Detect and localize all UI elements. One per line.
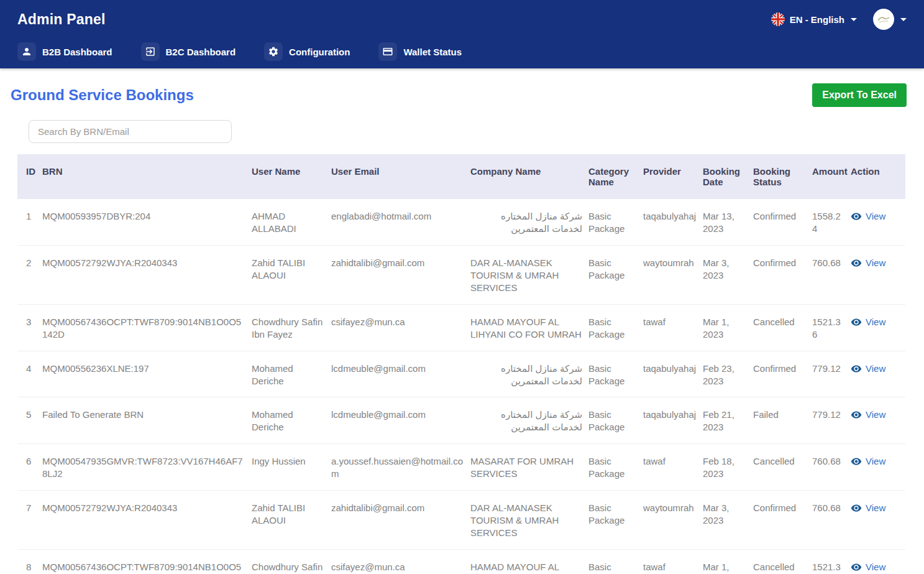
nav-item-wallet-status[interactable]: Wallet Status (378, 42, 462, 61)
cell-provider: taqabulyahaj (643, 199, 703, 245)
cell-category-name: Basic Package (588, 491, 643, 550)
column-header: Provider (643, 154, 703, 199)
cell-user-email: csifayez@mun.ca (331, 304, 470, 351)
page-title: Ground Service Bookings (11, 86, 194, 104)
cell-brn: MQM00593957DBYR:204 (42, 199, 252, 245)
cell-id: 1 (17, 199, 42, 245)
cell-booking-status: Confirmed (753, 351, 812, 397)
column-header: Amount (812, 154, 851, 199)
table-row: 5 Failed To Generate BRN Mohamed Deriche… (17, 397, 905, 444)
table-header-row: IDBRNUser NameUser EmailCompany NameCate… (17, 154, 905, 199)
cell-booking-status: Confirmed (753, 245, 812, 304)
cell-booking-date: Mar 13, 2023 (703, 199, 753, 245)
cell-user-name: Mohamed Deriche (252, 351, 331, 397)
cell-provider: tawaf (643, 444, 703, 491)
view-button[interactable]: View (851, 210, 885, 223)
view-label: View (866, 210, 885, 223)
eye-icon (851, 317, 862, 328)
cell-booking-status: Confirmed (753, 199, 812, 245)
view-button[interactable]: View (851, 409, 885, 421)
cell-booking-date: Mar 3, 2023 (703, 245, 753, 304)
table-row: 1 MQM00593957DBYR:204 AHMAD ALLABADI eng… (17, 199, 905, 245)
cell-booking-date: Feb 18, 2023 (703, 444, 753, 491)
cell-brn: MQM00547935GMVR:TWF8723:VV167H46AF78LJ2 (42, 444, 252, 491)
cell-action: View (851, 550, 905, 574)
cell-company-name: MASARAT FOR UMRAH SERVICES (470, 444, 588, 491)
top-navbar: Admin Panel EN - English (0, 0, 924, 68)
view-label: View (866, 363, 885, 375)
search-input[interactable] (29, 120, 232, 143)
column-header: Category Name (588, 154, 643, 199)
table-row: 3 MQM00567436OCPT:TWF8709:9014NB1O0O5142… (17, 304, 905, 351)
cell-company-name: DAR AL-MANASEK TOURISM & UMRAH SERVICES (470, 245, 588, 304)
nav-item-label: B2C Dashboard (166, 47, 236, 57)
column-header: User Email (331, 154, 470, 199)
bookings-table: IDBRNUser NameUser EmailCompany NameCate… (17, 154, 905, 574)
cell-provider: taqabulyahaj (643, 397, 703, 444)
nav-item-label: B2B Dashboard (42, 47, 112, 57)
uk-flag-icon (771, 12, 785, 26)
wallet-icon (378, 42, 397, 61)
cell-user-name: Ingy Hussien (252, 444, 331, 491)
cell-user-name: Chowdhury Safin Ibn Fayez (252, 304, 331, 351)
bookings-table-container: IDBRNUser NameUser EmailCompany NameCate… (0, 143, 924, 574)
cell-user-email: a.youssef.hussaien@hotmail.com (331, 444, 470, 491)
eye-icon (851, 502, 862, 514)
table-row: 8 MQM00567436OCPT:TWF8709:9014NB1O0O5142… (17, 550, 905, 574)
cell-action: View (851, 491, 905, 550)
cell-amount: 1521.36 (812, 304, 851, 351)
cell-brn: MQM00556236XLNE:197 (42, 351, 252, 397)
cell-category-name: Basic Package (588, 245, 643, 304)
view-button[interactable]: View (851, 502, 885, 514)
column-header: Action (851, 154, 905, 199)
cell-action: View (851, 199, 905, 245)
nav-item-b2c-dashboard[interactable]: B2C Dashboard (141, 42, 236, 61)
cell-user-email: englabadi@hotmail.com (331, 199, 470, 245)
cell-amount: 1558.24 (812, 199, 851, 245)
view-button[interactable]: View (851, 455, 885, 468)
column-header: Company Name (470, 154, 588, 199)
export-to-excel-button[interactable]: Export To Excel (812, 83, 907, 107)
cell-company-name: HAMAD MAYOUF AL LIHYANI CO FOR UMRAH (470, 550, 588, 574)
cell-action: View (851, 351, 905, 397)
eye-icon (851, 562, 862, 573)
cell-booking-status: Cancelled (753, 444, 812, 491)
eye-icon (851, 211, 862, 222)
view-button[interactable]: View (851, 363, 885, 375)
exit-to-app-icon (141, 42, 160, 61)
view-label: View (866, 316, 885, 328)
view-button[interactable]: View (851, 561, 885, 573)
nav-item-label: Configuration (289, 47, 350, 57)
cell-company-name: شركة منازل المختاره لخدمات المعتمرين (470, 397, 588, 444)
view-label: View (866, 502, 885, 514)
user-menu[interactable] (873, 9, 907, 30)
cell-booking-date: Mar 1, 2023 (703, 304, 753, 351)
cell-amount: 760.68 (812, 491, 851, 550)
cell-category-name: Basic Package (588, 199, 643, 245)
eye-icon (851, 456, 862, 467)
cell-provider: waytoumrah (643, 245, 703, 304)
view-button[interactable]: View (851, 257, 885, 269)
cell-provider: tawaf (643, 550, 703, 574)
cell-booking-status: Cancelled (753, 550, 812, 574)
avatar (873, 9, 894, 30)
table-row: 6 MQM00547935GMVR:TWF8723:VV167H46AF78LJ… (17, 444, 905, 491)
cell-category-name: Basic Package (588, 351, 643, 397)
chevron-down-icon (851, 18, 857, 21)
cell-provider: tawaf (643, 304, 703, 351)
nav-item-b2b-dashboard[interactable]: B2B Dashboard (17, 42, 112, 61)
view-label: View (866, 409, 885, 421)
cell-amount: 779.12 (812, 351, 851, 397)
cell-category-name: Basic Package (588, 550, 643, 574)
table-row: 2 MQM00572792WJYA:R2040343 Zahid TALIBI … (17, 245, 905, 304)
cell-brn: MQM00567436OCPT:TWF8709:9014NB1O0O5142D (42, 304, 252, 351)
eye-icon (851, 409, 862, 420)
view-button[interactable]: View (851, 316, 885, 328)
nav-item-configuration[interactable]: Configuration (264, 42, 350, 61)
nav-item-label: Wallet Status (403, 47, 462, 57)
person-icon (17, 42, 36, 61)
cell-booking-status: Confirmed (753, 491, 812, 550)
cell-booking-date: Feb 21, 2023 (703, 397, 753, 444)
language-selector[interactable]: EN - English (771, 12, 857, 26)
cell-category-name: Basic Package (588, 397, 643, 444)
